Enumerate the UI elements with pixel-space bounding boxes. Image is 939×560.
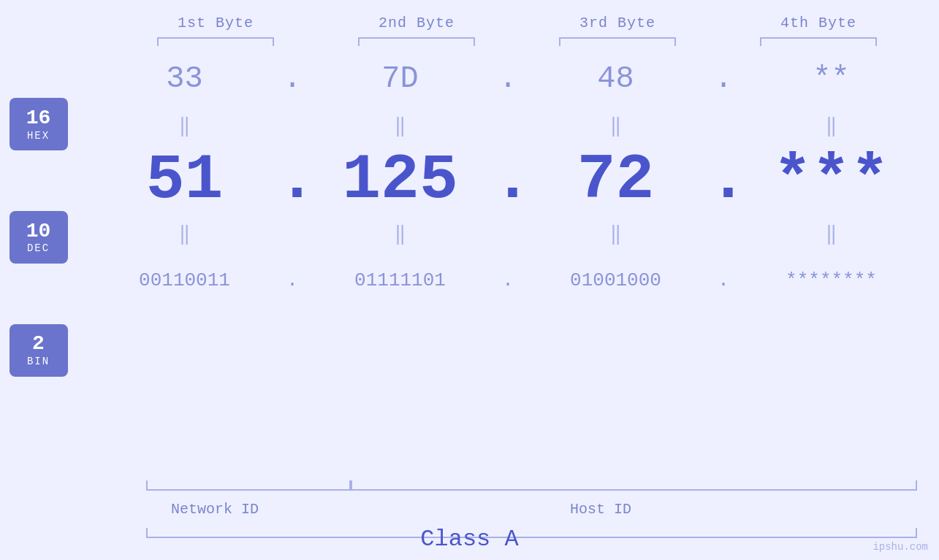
dec-b1: 51 bbox=[91, 144, 278, 216]
equals-values-2: ‖ ‖ ‖ ‖ bbox=[91, 219, 924, 248]
dec-val-b2: 125 bbox=[342, 144, 457, 216]
network-bracket bbox=[146, 480, 351, 491]
host-id-label: Host ID bbox=[570, 501, 631, 518]
bracket-line-b2 bbox=[358, 37, 475, 46]
hex-values-row: 33 . 7D . 48 . bbox=[91, 61, 924, 96]
bin-val-b2: 01111101 bbox=[354, 269, 446, 291]
hex-base-label: HEX bbox=[27, 130, 50, 142]
top-brackets bbox=[115, 31, 919, 46]
hex-dot-sym-3: . bbox=[714, 61, 732, 96]
dec-row: 51 . 125 . 72 . bbox=[77, 139, 924, 220]
dec-val-b4: *** bbox=[773, 144, 889, 216]
byte2-header: 2nd Byte bbox=[316, 15, 517, 31]
eq2-b1: ‖ bbox=[91, 222, 278, 245]
byte4-header: 4th Byte bbox=[718, 15, 919, 31]
dec-base-num: 10 bbox=[26, 220, 51, 243]
dec-dot-1: . bbox=[278, 144, 307, 216]
dec-values-row: 51 . 125 . 72 . bbox=[91, 144, 924, 216]
values-area: 33 . 7D . 48 . bbox=[77, 46, 939, 465]
dec-val-b1: 51 bbox=[146, 144, 224, 216]
bin-dot-sym-2: . bbox=[502, 269, 514, 291]
network-id-label: Network ID bbox=[171, 501, 259, 518]
hex-b1: 33 bbox=[91, 61, 278, 96]
eq2-b4: ‖ bbox=[738, 222, 924, 245]
bracket-b1 bbox=[115, 37, 316, 46]
hex-val-b2: 7D bbox=[381, 61, 418, 96]
byte3-header: 3rd Byte bbox=[517, 15, 718, 31]
hex-base-num: 16 bbox=[26, 107, 51, 130]
dec-b3: 72 bbox=[522, 144, 709, 216]
equals-row-2: ‖ ‖ ‖ ‖ bbox=[77, 220, 924, 248]
bin-base-label: BIN bbox=[27, 356, 50, 367]
hex-b4: ** bbox=[738, 61, 924, 96]
bin-dot-1: . bbox=[278, 269, 307, 291]
eq1-b2: ‖ bbox=[307, 114, 493, 137]
hex-dot-sym-2: . bbox=[498, 61, 517, 96]
bin-dot-3: . bbox=[709, 269, 738, 291]
hex-b3: 48 bbox=[522, 61, 709, 96]
bin-dot-sym-1: . bbox=[286, 269, 298, 291]
byte-headers-row: 1st Byte 2nd Byte 3rd Byte 4th Byte bbox=[115, 7, 919, 31]
dec-b2: 125 bbox=[307, 144, 493, 216]
hex-dot-2: . bbox=[493, 61, 522, 96]
bin-b4: ******** bbox=[738, 269, 924, 291]
bin-dot-2: . bbox=[493, 269, 522, 291]
hex-row: 33 . 7D . 48 . bbox=[77, 46, 924, 112]
eq1-b3: ‖ bbox=[522, 114, 709, 137]
bracket-b4 bbox=[718, 37, 919, 46]
bin-b2: 01111101 bbox=[307, 269, 493, 291]
main-container: 1st Byte 2nd Byte 3rd Byte 4th Byte 16 H… bbox=[0, 0, 939, 560]
hex-val-b3: 48 bbox=[597, 61, 634, 96]
dec-dot-2: . bbox=[493, 144, 522, 216]
hex-val-b1: 33 bbox=[166, 61, 202, 96]
host-bracket bbox=[351, 480, 917, 491]
hex-dot-3: . bbox=[709, 61, 738, 96]
dec-dot-3: . bbox=[709, 144, 738, 216]
main-grid: 16 HEX 10 DEC 2 BIN 33 . bbox=[0, 46, 939, 465]
bracket-b3 bbox=[517, 37, 718, 46]
dec-badge: 10 DEC bbox=[9, 211, 68, 264]
bin-row: 00110011 . 01111101 . 01001000 bbox=[77, 248, 924, 313]
class-label: Class A bbox=[0, 526, 939, 553]
dec-val-b3: 72 bbox=[577, 144, 655, 216]
bracket-line-b1 bbox=[157, 37, 274, 46]
hex-b2: 7D bbox=[307, 61, 493, 96]
hex-val-b4: ** bbox=[813, 61, 849, 96]
dec-b4: *** bbox=[738, 144, 924, 216]
bin-values-row: 00110011 . 01111101 . 01001000 bbox=[91, 269, 924, 291]
eq1-b4: ‖ bbox=[738, 114, 924, 137]
bracket-line-b4 bbox=[760, 37, 877, 46]
bin-dot-sym-3: . bbox=[718, 269, 729, 291]
bin-val-b1: 00110011 bbox=[139, 269, 230, 291]
bin-base-num: 2 bbox=[32, 333, 45, 356]
bin-b3: 01001000 bbox=[522, 269, 709, 291]
eq2-b2: ‖ bbox=[307, 222, 493, 245]
bin-b1: 00110011 bbox=[91, 269, 278, 291]
bracket-b2 bbox=[316, 37, 517, 46]
eq2-b3: ‖ bbox=[522, 222, 709, 245]
hex-dot-1: . bbox=[278, 61, 307, 96]
bin-val-b4: ******** bbox=[786, 269, 877, 291]
bin-val-b3: 01001000 bbox=[570, 269, 661, 291]
hex-dot-sym-1: . bbox=[283, 61, 301, 96]
watermark: ipshu.com bbox=[873, 541, 928, 553]
bracket-line-b3 bbox=[559, 37, 676, 46]
byte1-header: 1st Byte bbox=[115, 15, 316, 31]
hex-badge: 16 HEX bbox=[9, 98, 68, 150]
labels-column: 16 HEX 10 DEC 2 BIN bbox=[0, 46, 77, 465]
equals-values-1: ‖ ‖ ‖ ‖ bbox=[91, 111, 924, 140]
dec-base-label: DEC bbox=[27, 242, 50, 254]
bin-badge: 2 BIN bbox=[9, 324, 68, 377]
equals-row-1: ‖ ‖ ‖ ‖ bbox=[77, 112, 924, 139]
eq1-b1: ‖ bbox=[91, 114, 278, 137]
bottom-section: Network ID Host ID Class A bbox=[0, 465, 939, 560]
